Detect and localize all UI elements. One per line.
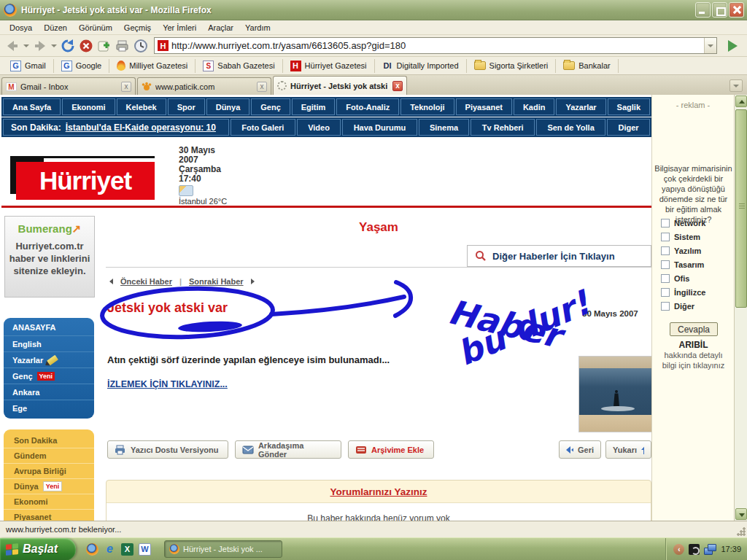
up-link-button[interactable]: Yukarı <box>605 440 651 459</box>
bookmark-digitally-imported[interactable]: DIDigitally Imported <box>375 59 467 73</box>
taskbar-clock[interactable]: 17:39 <box>721 545 741 553</box>
article-photo[interactable] <box>578 356 653 432</box>
tab-hurriyet-active[interactable]: Hürriyet - Jetski yok atski var x <box>273 76 407 95</box>
poll-option-yazilim[interactable]: Yazılım <box>661 246 734 255</box>
scroll-up-icon[interactable] <box>735 96 747 107</box>
tab-close-icon[interactable]: x <box>392 81 403 91</box>
hurriyet-logo[interactable]: Hürriyet <box>10 156 155 203</box>
bookmark-gmail[interactable]: GGmail <box>3 59 54 73</box>
menu-yardim[interactable]: Yardım <box>240 22 276 34</box>
aribil-info[interactable]: ARIBİL hakkında detaylı bilgi için tıkla… <box>652 340 735 370</box>
site-nav-item[interactable]: Genç <box>251 98 290 115</box>
site-nav-item[interactable]: Diger <box>607 119 650 136</box>
site-nav-item[interactable]: Kadin <box>514 98 555 115</box>
poll-option-sistem[interactable]: Sistem <box>661 233 734 241</box>
reload-icon[interactable] <box>60 38 76 54</box>
poll-option-ingilizce[interactable]: İngilizce <box>661 288 734 297</box>
menu-item-ege[interactable]: Ege <box>4 400 94 416</box>
checkbox[interactable] <box>661 274 670 283</box>
menu-item-english[interactable]: English <box>4 335 94 351</box>
checkbox[interactable] <box>661 233 670 241</box>
site-nav-item[interactable]: Spor <box>168 98 205 115</box>
site-nav-item[interactable]: Dünya <box>206 98 250 115</box>
menu-item-dunya[interactable]: DünyaYeni <box>4 478 94 494</box>
taskbar-window-button[interactable]: Hürriyet - Jetski yok ... <box>164 540 282 558</box>
url-dropdown[interactable] <box>704 38 716 53</box>
site-nav-item[interactable]: Video <box>297 119 341 136</box>
tab-gmail[interactable]: M Gmail - Inbox x <box>1 77 136 95</box>
poll-option-diger[interactable]: Diğer <box>661 302 734 311</box>
site-nav-item[interactable]: Kelebek <box>117 98 166 115</box>
son-dakika-link[interactable]: İstanbul'da El-Kaide operasyonu: 10 <box>66 122 216 133</box>
prev-link[interactable]: Önceki Haber <box>120 277 172 286</box>
restore-button[interactable] <box>712 2 727 18</box>
back-button[interactable] <box>4 38 20 54</box>
excel-icon[interactable]: X <box>121 543 133 556</box>
weather-text[interactable]: İstanbul 26°C <box>179 197 227 206</box>
back-link-button[interactable]: Geri <box>559 440 601 459</box>
tray-chevron-icon[interactable]: ‹ <box>673 544 684 555</box>
site-nav-item[interactable]: Piyasanet <box>456 98 512 115</box>
tab-close-icon[interactable]: x <box>121 82 131 92</box>
site-nav-item[interactable]: Yazarlar <box>556 98 605 115</box>
add-to-archive-button[interactable]: Arşivime Ekle <box>348 440 434 459</box>
internet-explorer-icon[interactable]: e <box>104 543 116 556</box>
start-button[interactable]: Başlat <box>0 538 76 560</box>
site-nav-item[interactable]: Tv Rehberi <box>471 119 535 136</box>
scroll-down-icon[interactable] <box>735 508 747 520</box>
site-nav-item[interactable]: Hava Durumu <box>342 119 417 136</box>
bookmark-sigorta[interactable]: Sigorta Şirketleri <box>467 59 557 73</box>
url-bar[interactable]: H http://www.hurriyet.com.tr/yasam/66136… <box>154 37 717 54</box>
site-nav-item[interactable]: Ekonomi <box>62 98 115 115</box>
tab-paticik[interactable]: www.paticik.com x <box>137 77 271 95</box>
history-icon[interactable] <box>133 38 149 54</box>
network-icon[interactable] <box>704 544 716 554</box>
cevapla-button[interactable]: Cevapla <box>670 322 718 336</box>
word-icon[interactable]: W <box>139 543 151 556</box>
poll-option-network[interactable]: Network <box>661 219 734 228</box>
minimize-button[interactable] <box>695 2 711 18</box>
poll-option-ofis[interactable]: Ofis <box>661 274 734 283</box>
tray-app-icon[interactable] <box>689 544 700 555</box>
menu-gecmis[interactable]: Geçmiş <box>119 22 156 34</box>
other-news-button[interactable]: Diğer Haberler İçin Tıklayın <box>467 245 651 267</box>
firefox-icon[interactable] <box>86 543 98 556</box>
menu-item-ekonomi[interactable]: Ekonomi <box>4 494 94 509</box>
close-button[interactable] <box>729 2 744 18</box>
menu-item-son-dakika[interactable]: Son Dakika <box>4 432 94 448</box>
site-nav-item[interactable]: Ana Sayfa <box>3 98 61 115</box>
site-nav-item[interactable]: Foto Galeri <box>231 119 295 136</box>
tab-close-icon[interactable]: x <box>257 82 267 92</box>
menu-dosya[interactable]: Dosya <box>4 22 37 34</box>
bookmark-bankalar[interactable]: Bankalar <box>556 59 618 73</box>
stop-icon[interactable] <box>78 38 94 54</box>
url-text[interactable]: http://www.hurriyet.com.tr/yasam/6613605… <box>171 40 704 51</box>
son-dakika[interactable]: Son Dakika: İstanbul'da El-Kaide operasy… <box>3 119 229 136</box>
bomerang-ad[interactable]: Bumerang↗ Hurriyet.com.tr haber ve linkl… <box>4 216 95 298</box>
bookmark-sabah[interactable]: Sabah Gazetesi <box>196 59 282 73</box>
menu-gorunum[interactable]: Görünüm <box>74 22 117 34</box>
weather-icon[interactable] <box>179 185 193 196</box>
site-nav-item[interactable]: Egitim <box>292 98 336 115</box>
forward-button[interactable] <box>32 38 48 54</box>
site-nav-item[interactable]: Sinema <box>419 119 470 136</box>
back-history-dropdown[interactable] <box>23 44 29 47</box>
menu-araclar[interactable]: Araçlar <box>203 22 239 34</box>
scrollbar-thumb[interactable] <box>735 109 747 308</box>
site-nav-item[interactable]: Saglik <box>608 98 650 115</box>
menu-yerimleri[interactable]: Yer İmleri <box>158 22 201 34</box>
site-nav-item[interactable]: Teknoloji <box>400 98 454 115</box>
next-link[interactable]: Sonraki Haber <box>189 277 244 286</box>
checkbox[interactable] <box>661 288 670 297</box>
menu-item-anasayfa[interactable]: ANASAYFA <box>4 319 94 335</box>
menu-item-genc[interactable]: GençYeni <box>4 368 94 384</box>
vertical-scrollbar[interactable] <box>734 95 747 521</box>
menu-item-yazarlar[interactable]: Yazarlar <box>4 351 94 368</box>
site-nav-item[interactable]: Foto-Analiz <box>336 98 399 115</box>
go-button[interactable] <box>722 37 743 55</box>
comments-title[interactable]: Yorumlarınızı Yazınız <box>107 481 651 503</box>
print-version-button[interactable]: Yazıcı Dostu Versiyonu <box>107 440 228 459</box>
menu-item-ankara[interactable]: Ankara <box>4 384 94 400</box>
checkbox[interactable] <box>661 260 670 269</box>
poll-option-tasarim[interactable]: Tasarım <box>661 260 734 269</box>
